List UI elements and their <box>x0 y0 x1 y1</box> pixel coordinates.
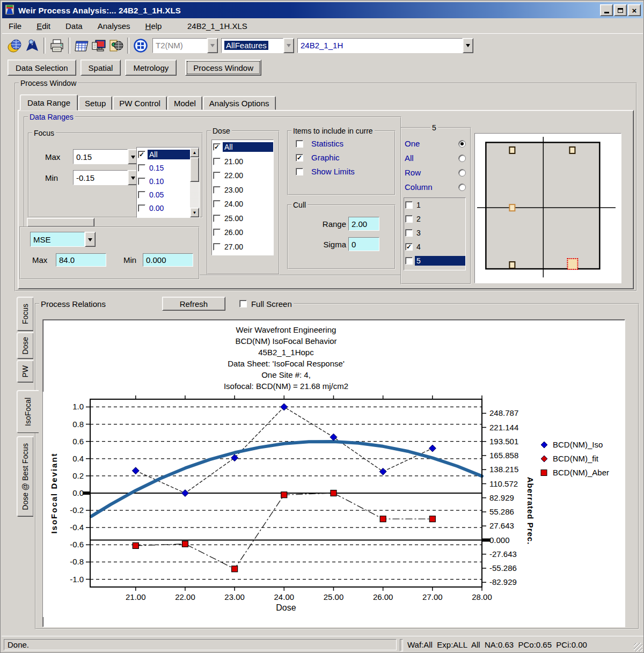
wafer-site[interactable] <box>509 204 515 211</box>
checkbox[interactable] <box>213 158 221 165</box>
cull-sigma-input[interactable]: 0 <box>348 237 379 251</box>
data-point-BCD(NM)_Aber[interactable] <box>429 516 435 522</box>
tab-setup[interactable]: Setup <box>78 96 112 110</box>
list-item[interactable]: ✓All <box>212 140 273 155</box>
radio-row[interactable]: All <box>405 151 466 165</box>
side-tab-pw[interactable]: PW <box>17 360 33 383</box>
data-point-BCD(NM)_Aber[interactable] <box>281 492 287 498</box>
scrollbar[interactable]: ▲▼ <box>190 148 199 217</box>
scroll-up-icon[interactable]: ▲ <box>190 148 199 157</box>
side-tab-isofocal[interactable]: IsoFocal <box>17 390 39 433</box>
checkbox[interactable] <box>405 201 413 209</box>
list-item[interactable]: 26.00 <box>212 225 273 240</box>
combo-features[interactable]: AllFeatures <box>221 38 294 53</box>
tab-analysis-options[interactable]: Analysis Options <box>203 96 276 110</box>
checkbox[interactable] <box>138 204 145 212</box>
list-item[interactable]: 0.05 <box>137 188 190 201</box>
wafer-site[interactable] <box>509 147 515 153</box>
metric-selector[interactable]: MSE <box>30 232 96 247</box>
open-data-icon[interactable] <box>6 37 24 54</box>
analysis-icon[interactable] <box>24 37 41 54</box>
side-tab-dose[interactable]: Dose <box>17 332 33 359</box>
nav-button-metrology[interactable]: Metrology <box>125 60 177 76</box>
refresh-button[interactable]: Refresh <box>162 297 225 311</box>
side-tab-focus[interactable]: Focus <box>17 297 33 331</box>
checkbox[interactable] <box>138 178 145 185</box>
radio-button[interactable] <box>458 155 466 162</box>
list-item[interactable]: 24.00 <box>212 197 273 211</box>
option-row[interactable]: Statistics <box>295 138 394 149</box>
maximize-button[interactable] <box>614 4 627 16</box>
checkbox[interactable] <box>138 191 145 199</box>
sheet-icon[interactable] <box>73 37 90 54</box>
scrollbar-thumb[interactable] <box>190 157 199 182</box>
tab-pw-control[interactable]: PW Control <box>113 96 167 110</box>
data-point-BCD(NM)_Aber[interactable] <box>133 542 138 548</box>
data-point-BCD(NM)_Aber[interactable] <box>182 541 188 547</box>
list-item[interactable]: 23.00 <box>212 183 273 197</box>
resize-grip[interactable] <box>634 643 642 651</box>
wafer-site[interactable] <box>509 262 515 268</box>
data-point-BCD(NM)_Aber[interactable] <box>380 516 386 522</box>
checkbox[interactable]: ✓ <box>138 151 145 158</box>
wafer-doc-icon[interactable] <box>107 37 125 54</box>
menu-item-analyses[interactable]: Analyses <box>98 21 130 31</box>
radio-row[interactable]: One <box>405 136 466 151</box>
checkbox[interactable]: ✓ <box>405 243 413 251</box>
combo-t2[interactable]: T2(NM) <box>152 38 218 53</box>
option-row[interactable]: Show Limits <box>295 166 394 177</box>
list-item[interactable]: 5 <box>404 254 465 268</box>
menu-item-edit[interactable]: Edit <box>36 21 50 31</box>
list-item[interactable]: 0.15 <box>137 161 190 174</box>
list-item[interactable]: ✓4 <box>404 240 465 254</box>
checkbox[interactable]: ✓ <box>296 154 303 162</box>
list-item[interactable]: 25.00 <box>212 211 273 226</box>
list-item[interactable]: 22.00 <box>212 168 273 183</box>
radio-row[interactable]: Column <box>405 180 466 194</box>
side-tab-dose-best-focus[interactable]: Dose @ Best Focus <box>17 436 33 517</box>
combo-dataset[interactable]: 24B2_1_1H <box>297 38 473 53</box>
focus-min-combo[interactable]: -0.15 <box>73 170 138 185</box>
radio-button[interactable] <box>458 169 466 177</box>
list-item[interactable]: ✓All <box>137 148 190 161</box>
checkbox[interactable]: ✓ <box>213 143 221 151</box>
menu-item-data[interactable]: Data <box>65 21 83 31</box>
checkbox[interactable] <box>213 200 221 208</box>
wafer-map-panel[interactable] <box>474 133 621 283</box>
data-point-BCD(NM)_Aber[interactable] <box>331 490 336 496</box>
option-row[interactable]: ✓Graphic <box>295 152 394 163</box>
checkbox[interactable] <box>405 229 413 237</box>
close-button[interactable]: × <box>628 4 641 16</box>
metric-blank-tab[interactable] <box>27 218 94 226</box>
list-item[interactable]: 2 <box>404 212 465 226</box>
checkbox[interactable] <box>213 243 221 251</box>
metric-max-input[interactable]: 84.0 <box>56 253 106 267</box>
wafer-site[interactable] <box>569 147 575 153</box>
focus-max-combo[interactable]: 0.15 <box>73 149 138 164</box>
checkbox[interactable] <box>213 186 221 194</box>
print-icon[interactable] <box>48 37 65 54</box>
process-relations-chart[interactable]: 21.0022.0023.0024.0025.0026.0027.0028.00… <box>43 392 625 617</box>
checkbox[interactable] <box>296 140 303 148</box>
nav-button-data-selection[interactable]: Data Selection <box>8 60 76 76</box>
scroll-down-icon[interactable]: ▼ <box>190 208 199 217</box>
checkbox[interactable] <box>213 215 221 222</box>
list-item[interactable]: 0.00 <box>137 201 190 215</box>
fullscreen-checkbox[interactable] <box>239 300 247 307</box>
cull-range-input[interactable]: 2.00 <box>348 217 379 231</box>
list-item[interactable]: 3 <box>404 226 465 240</box>
checkbox[interactable] <box>213 229 221 236</box>
metric-min-input[interactable]: 0.000 <box>143 253 193 267</box>
nav-button-spatial[interactable]: Spatial <box>80 60 121 76</box>
list-item[interactable]: 21.00 <box>212 155 273 169</box>
list-item[interactable]: 27.00 <box>212 240 273 254</box>
checkbox[interactable] <box>296 168 303 175</box>
radio-button[interactable] <box>458 184 466 191</box>
tab-model[interactable]: Model <box>167 96 202 110</box>
scrollbar-track[interactable] <box>190 182 199 208</box>
tab-data-range[interactable]: Data Range <box>20 94 78 111</box>
monitor-icon[interactable] <box>90 37 107 54</box>
wafer-icon[interactable] <box>132 37 149 54</box>
checkbox[interactable] <box>405 257 413 265</box>
checkbox[interactable] <box>213 172 221 179</box>
